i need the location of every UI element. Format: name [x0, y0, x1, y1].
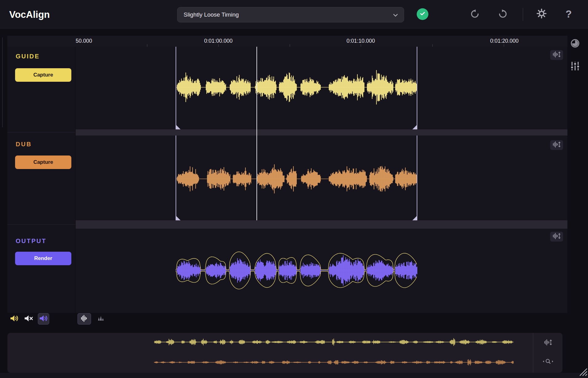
- timeline-label: 0:01:00.000: [204, 38, 232, 44]
- output-listen-button[interactable]: [38, 313, 49, 325]
- help-button[interactable]: ?: [562, 8, 575, 21]
- output-waveform: [75, 229, 567, 313]
- bottom-strip: [0, 373, 588, 378]
- playhead[interactable]: [256, 47, 257, 220]
- guide-track-label: GUIDE: [16, 53, 40, 60]
- timeline-label: 0:01:20.000: [490, 38, 518, 44]
- speaker-loud-icon: [10, 314, 19, 324]
- sidebar-track-divider: [75, 47, 76, 313]
- overview-waveforms: [7, 333, 562, 373]
- header-divider: [523, 8, 523, 21]
- vocalign-window: VocAlign Slightly Loose Timing: [0, 0, 588, 378]
- redo-button[interactable]: [496, 8, 509, 21]
- selection-corner-handle[interactable]: [176, 124, 181, 129]
- sliders-icon: [570, 61, 580, 73]
- guide-track-lane[interactable]: [75, 47, 567, 129]
- dub-mute-button[interactable]: [23, 313, 34, 325]
- waveform-view-button[interactable]: [77, 313, 91, 325]
- selection-end-handle[interactable]: [417, 136, 417, 220]
- dub-waveform: [75, 136, 567, 220]
- preset-dropdown-value: Slightly Loose Timing: [184, 11, 239, 18]
- header-bar: VocAlign Slightly Loose Timing: [0, 0, 588, 30]
- waveform-zoom-icon: [544, 339, 552, 347]
- apply-button[interactable]: [417, 8, 428, 20]
- time-display-button[interactable]: [569, 37, 582, 50]
- help-label: ?: [566, 8, 572, 20]
- speaker-loud-icon: [39, 314, 48, 324]
- output-track-label: OUTPUT: [16, 238, 46, 245]
- timeline-ruler[interactable]: 50.000 0:01:00.000 0:01:10.000 0:01:20.0…: [7, 36, 567, 47]
- guide-vertical-zoom-button[interactable]: [550, 50, 563, 60]
- redo-icon: [498, 9, 508, 20]
- selection-end-handle[interactable]: [417, 47, 417, 129]
- dub-track-lane[interactable]: [75, 136, 567, 220]
- overview-panel[interactable]: [7, 333, 562, 373]
- overview-divider: [533, 333, 533, 373]
- output-track-lane[interactable]: [75, 229, 567, 313]
- waveform-view-icon: [80, 315, 88, 323]
- selection-start-handle[interactable]: [176, 47, 176, 129]
- zoom-magnifier-icon: [542, 358, 554, 366]
- app-logo: VocAlign: [9, 0, 50, 29]
- clock-icon: [570, 38, 580, 50]
- settings-button[interactable]: [535, 8, 548, 21]
- gear-icon: [536, 8, 547, 20]
- guide-waveform: [75, 47, 567, 129]
- settings-sliders-button[interactable]: [569, 60, 582, 73]
- waveform-zoom-icon: [552, 233, 561, 241]
- dub-track-label: DUB: [16, 141, 32, 148]
- overview-zoom-vertical-button[interactable]: [541, 338, 555, 348]
- energy-view-icon: [97, 315, 105, 323]
- chevron-down-icon: [393, 11, 398, 18]
- guide-capture-button[interactable]: Capture: [15, 68, 71, 82]
- selection-corner-handle[interactable]: [176, 215, 181, 220]
- overview-zoom-horizontal-button[interactable]: [538, 357, 558, 367]
- timeline-label: 50.000: [76, 38, 92, 44]
- dub-vertical-zoom-button[interactable]: [550, 140, 563, 150]
- output-vertical-zoom-button[interactable]: [550, 232, 563, 242]
- timeline-label: 0:01:10.000: [347, 38, 375, 44]
- waveform-zoom-icon: [552, 51, 561, 59]
- check-icon: [419, 10, 426, 18]
- selection-corner-handle[interactable]: [412, 124, 417, 129]
- dub-capture-button[interactable]: Capture: [15, 156, 71, 169]
- output-render-button[interactable]: Render: [15, 252, 71, 265]
- energy-view-button[interactable]: [95, 313, 107, 325]
- window-resize-handle[interactable]: [579, 368, 587, 377]
- sidebar-divider: [7, 132, 75, 132]
- track-gap-strip: [75, 220, 567, 229]
- selection-start-handle[interactable]: [176, 136, 176, 220]
- selection-corner-handle[interactable]: [412, 215, 417, 220]
- track-gap-strip: [75, 129, 567, 136]
- guide-listen-button[interactable]: [9, 313, 20, 325]
- preset-dropdown[interactable]: Slightly Loose Timing: [177, 7, 404, 22]
- left-edge-line: [2, 37, 3, 127]
- sidebar-divider: [7, 224, 75, 225]
- undo-icon: [470, 9, 480, 20]
- waveform-zoom-icon: [552, 141, 561, 149]
- undo-button[interactable]: [468, 8, 481, 21]
- speaker-mute-icon: [24, 314, 33, 324]
- track-sidebar: [7, 47, 75, 313]
